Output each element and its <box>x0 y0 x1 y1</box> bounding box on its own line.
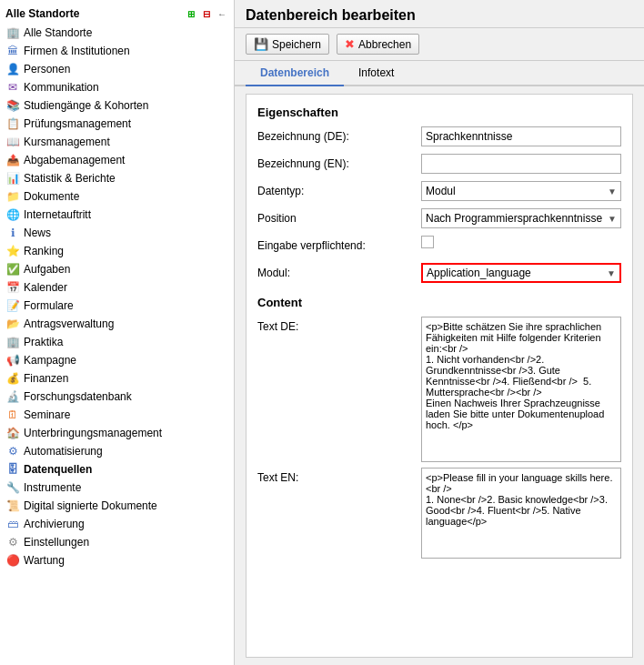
sidebar-item-aufgaben[interactable]: ✅ Aufgaben <box>0 260 234 278</box>
sidebar-label-personen: Personen <box>24 63 70 76</box>
sidebar-item-kursmanagement[interactable]: 📖 Kursmanagement <box>0 133 234 151</box>
bezeichnung-en-row: Bezeichnung (EN): <box>257 154 621 176</box>
content-title: Content <box>257 296 621 309</box>
text-en-label: Text EN: <box>257 468 421 484</box>
sidebar-item-statistik[interactable]: 📊 Statistik & Berichte <box>0 169 234 187</box>
header-icon-green[interactable]: ⊞ <box>185 7 197 20</box>
toolbar: 💾 Speichern ✖ Abbrechen <box>235 28 644 61</box>
firmen-icon: 🏛 <box>5 44 20 58</box>
position-control: Nach Programmiersprachkenntnisse ▼ <box>421 208 621 228</box>
sidebar-item-pruefungsmanagement[interactable]: 📋 Prüfungsmanagement <box>0 115 234 133</box>
aufgaben-icon: ✅ <box>5 262 20 277</box>
sidebar-item-alle-standorte[interactable]: 🏢 Alle Standorte <box>0 24 234 42</box>
bezeichnung-de-input[interactable] <box>421 126 621 146</box>
position-row: Position Nach Programmiersprachkenntniss… <box>257 208 621 230</box>
sidebar-label-pruefungsmanagement: Prüfungsmanagement <box>24 117 131 130</box>
kursmanagement-icon: 📖 <box>5 135 20 149</box>
sidebar-label-alle-standorte: Alle Standorte <box>24 26 92 39</box>
sidebar-label-kalender: Kalender <box>24 281 67 294</box>
sidebar-item-datenquellen[interactable]: 🗄 Datenquellen <box>0 460 234 479</box>
personen-icon: 👤 <box>5 62 20 76</box>
sidebar-label-finanzen: Finanzen <box>24 372 68 385</box>
sidebar-item-einstellungen[interactable]: ⚙ Einstellungen <box>0 533 234 551</box>
sidebar-label-internetauftritt: Internetauftritt <box>24 208 91 221</box>
sidebar-label-unterbringungsmanagement: Unterbringungsmanagement <box>24 427 162 439</box>
sidebar-item-kommunikation[interactable]: ✉ Kommunikation <box>0 78 234 96</box>
antragsverwaltung-icon: 📂 <box>5 317 20 331</box>
sidebar-item-digital-signierte-dokumente[interactable]: 📜 Digital signierte Dokumente <box>0 497 234 515</box>
eingabe-control <box>421 236 621 248</box>
sidebar-label-kursmanagement: Kursmanagement <box>24 136 110 148</box>
sidebar-item-seminare[interactable]: 🗓 Seminare <box>0 406 234 424</box>
sidebar-label-archivierung: Archivierung <box>24 518 85 530</box>
kampagne-icon: 📢 <box>5 353 20 368</box>
kommunikation-icon: ✉ <box>5 80 20 95</box>
position-select[interactable]: Nach Programmiersprachkenntnisse ▼ <box>421 208 621 228</box>
sidebar-item-internetauftritt[interactable]: 🌐 Internetauftritt <box>0 206 234 224</box>
sidebar-title: Alle Standorte <box>5 7 79 20</box>
internetauftritt-icon: 🌐 <box>5 207 20 222</box>
modul-select[interactable]: Application_language ▼ <box>421 263 621 283</box>
sidebar-label-kampagne: Kampagne <box>24 354 76 367</box>
sidebar-label-antragsverwaltung: Antragsverwaltung <box>24 317 114 330</box>
eingabe-row: Eingabe verpflichtend: <box>257 236 621 257</box>
text-de-textarea[interactable] <box>421 317 621 462</box>
sidebar-item-formulare[interactable]: 📝 Formulare <box>0 297 234 315</box>
sidebar-item-kalender[interactable]: 📅 Kalender <box>0 278 234 297</box>
sidebar-item-studiengaenge[interactable]: 📚 Studiengänge & Kohorten <box>0 96 234 115</box>
sidebar-item-dokumente[interactable]: 📁 Dokumente <box>0 187 234 206</box>
main-content: Datenbereich bearbeiten 💾 Speichern ✖ Ab… <box>235 0 644 665</box>
wartung-icon: 🔴 <box>5 553 20 568</box>
sidebar-item-instrumente[interactable]: 🔧 Instrumente <box>0 479 234 497</box>
text-en-row: Text EN: <box>257 468 621 559</box>
sidebar-item-praktika[interactable]: 🏢 Praktika <box>0 333 234 351</box>
sidebar-item-finanzen[interactable]: 💰 Finanzen <box>0 369 234 388</box>
sidebar-item-firmen[interactable]: 🏛 Firmen & Institutionen <box>0 42 234 60</box>
sidebar-item-ranking[interactable]: ⭐ Ranking <box>0 242 234 260</box>
sidebar-label-news: News <box>24 227 51 239</box>
sidebar-header: Alle Standorte ⊞ ⊟ ← <box>0 4 234 24</box>
tab-datenbereich[interactable]: Datenbereich <box>246 61 344 86</box>
sidebar-item-personen[interactable]: 👤 Personen <box>0 60 234 78</box>
form-area: Eigenschaften Bezeichnung (DE): Bezeichn… <box>246 94 633 658</box>
cancel-icon: ✖ <box>345 37 355 51</box>
sidebar-item-kampagne[interactable]: 📢 Kampagne <box>0 351 234 369</box>
sidebar-label-praktika: Praktika <box>24 336 63 348</box>
header-icon-red[interactable]: ⊟ <box>200 7 213 20</box>
modul-row: Modul: Application_language ▼ <box>257 263 621 285</box>
sidebar-label-aufgaben: Aufgaben <box>24 263 70 276</box>
alle-standorte-icon: 🏢 <box>5 25 20 40</box>
position-label: Position <box>257 208 421 225</box>
sidebar-label-abgabemanagement: Abgabemanagement <box>24 154 125 166</box>
unterbringungsmanagement-icon: 🏠 <box>5 426 20 440</box>
ranking-icon: ⭐ <box>5 244 20 258</box>
text-de-control <box>421 317 621 462</box>
sidebar-item-news[interactable]: ℹ News <box>0 224 234 242</box>
bezeichnung-en-input[interactable] <box>421 154 621 174</box>
content-section: Content Text DE: Text EN: <box>257 296 621 559</box>
sidebar-item-wartung[interactable]: 🔴 Wartung <box>0 551 234 569</box>
sidebar-item-abgabemanagement[interactable]: 📤 Abgabemanagement <box>0 151 234 169</box>
sidebar-item-antragsverwaltung[interactable]: 📂 Antragsverwaltung <box>0 315 234 333</box>
sidebar-item-unterbringungsmanagement[interactable]: 🏠 Unterbringungsmanagement <box>0 424 234 442</box>
cancel-button[interactable]: ✖ Abbrechen <box>337 34 419 55</box>
sidebar-label-wartung: Wartung <box>24 554 65 567</box>
header-icon-arrow[interactable]: ← <box>216 7 228 20</box>
sidebar-item-forschungsdatenbank[interactable]: 🔬 Forschungsdatenbank <box>0 388 234 406</box>
sidebar-item-automatisierung[interactable]: ⚙ Automatisierung <box>0 442 234 460</box>
seminare-icon: 🗓 <box>5 408 20 422</box>
datenquellen-icon: 🗄 <box>5 462 20 477</box>
tab-infotext[interactable]: Infotext <box>344 61 408 86</box>
save-button[interactable]: 💾 Speichern <box>246 34 329 55</box>
cancel-label: Abbrechen <box>358 38 411 51</box>
dokumente-icon: 📁 <box>5 189 20 204</box>
eingabe-checkbox[interactable] <box>421 236 434 248</box>
datentyp-select[interactable]: Modul ▼ <box>421 181 621 201</box>
save-icon: 💾 <box>254 37 268 51</box>
sidebar-label-instrumente: Instrumente <box>24 481 81 494</box>
page-title: Datenbereich bearbeiten <box>235 0 644 28</box>
sidebar-label-ranking: Ranking <box>24 245 64 257</box>
sidebar-item-archivierung[interactable]: 🗃 Archivierung <box>0 515 234 533</box>
text-en-textarea[interactable] <box>421 468 621 559</box>
instrumente-icon: 🔧 <box>5 480 20 495</box>
